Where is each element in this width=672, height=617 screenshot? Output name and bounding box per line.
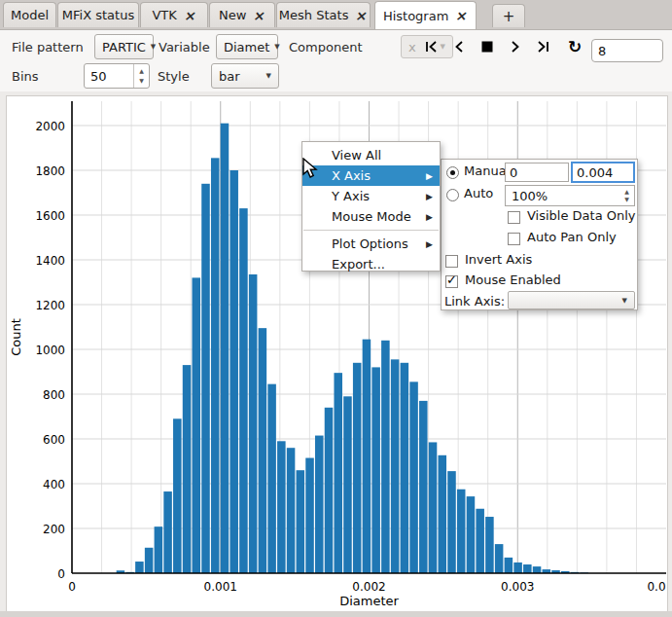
chevron-down-icon: ▼ — [274, 43, 279, 51]
auto-pan-only-label: Auto Pan Only — [527, 230, 617, 244]
check-icon: ✓ — [446, 273, 457, 286]
chevron-down-icon: ▼ — [151, 43, 156, 51]
window-bottom-edge — [0, 611, 672, 617]
spin-arrows[interactable]: ▲ ▼ — [133, 64, 149, 88]
menu-item-plot-options[interactable]: Plot Options ▶ — [302, 234, 440, 254]
close-icon[interactable]: × — [183, 9, 197, 22]
svg-text:2000: 2000 — [35, 120, 65, 133]
tab-new[interactable]: New × — [209, 2, 275, 27]
spin-arrows[interactable]: ▲ ▼ — [619, 186, 634, 205]
frame-index-input[interactable] — [591, 39, 663, 62]
auto-radio[interactable] — [446, 189, 459, 201]
style-value: bar — [219, 69, 240, 84]
step-forward-button[interactable] — [505, 36, 526, 57]
submenu-arrow-icon: ▶ — [426, 239, 433, 249]
visible-data-only-label: Visible Data Only — [527, 208, 636, 223]
step-forward-icon — [510, 40, 521, 54]
tab-mesh-stats[interactable]: Mesh Stats × — [276, 2, 371, 27]
menu-item-mouse-mode[interactable]: Mouse Mode ▶ — [302, 206, 440, 227]
svg-text:0.0: 0.0 — [647, 580, 665, 594]
variable-value: Diamet — [224, 40, 269, 54]
menu-item-view-all[interactable]: View All — [302, 145, 440, 165]
skip-first-button[interactable] — [421, 36, 442, 57]
menu-item-x-axis[interactable]: X Axis ▶ — [302, 165, 440, 186]
plot-context-menu: View All X Axis ▶ Y Axis ▶ Mouse Mode ▶ … — [301, 141, 441, 272]
submenu-arrow-icon: ▶ — [426, 171, 433, 181]
auto-percent-spinbox[interactable]: ▲ ▼ — [505, 185, 635, 206]
menu-item-label: X Axis — [332, 168, 371, 183]
stop-button[interactable] — [477, 36, 498, 57]
chevron-down-icon: ▼ — [622, 297, 627, 305]
tab-label: New — [219, 8, 246, 22]
step-back-icon — [453, 40, 465, 54]
bins-input[interactable] — [85, 64, 139, 88]
menu-item-label: Export... — [332, 257, 385, 272]
svg-text:400: 400 — [43, 478, 65, 491]
submenu-arrow-icon: ▶ — [426, 212, 433, 222]
svg-text:0.002: 0.002 — [352, 580, 385, 594]
svg-text:600: 600 — [43, 433, 65, 447]
link-axis-combo[interactable]: ▼ — [508, 291, 635, 309]
tab-label: MFiX status — [62, 8, 134, 22]
tab-vtk[interactable]: VTK × — [140, 2, 208, 27]
mouse-enabled-label: Mouse Enabled — [465, 272, 561, 287]
spin-up-icon[interactable]: ▲ — [139, 68, 144, 74]
component-value: x — [408, 40, 416, 54]
auto-percent-input[interactable] — [506, 186, 624, 205]
invert-axis-label: Invert Axis — [465, 252, 532, 267]
spin-down-icon[interactable]: ▼ — [139, 78, 144, 84]
refresh-button[interactable]: ↻ — [564, 36, 585, 57]
menu-item-label: View All — [332, 148, 381, 163]
refresh-icon: ↻ — [568, 39, 582, 55]
skip-last-icon — [535, 40, 550, 54]
svg-text:1800: 1800 — [35, 164, 65, 178]
close-icon[interactable]: × — [355, 9, 370, 22]
auto-pan-only-checkbox[interactable] — [508, 233, 520, 245]
x-min-input[interactable] — [505, 163, 569, 182]
tab-mfix-status[interactable]: MFiX status — [57, 2, 139, 27]
variable-combo[interactable]: Diamet ▼ — [216, 34, 278, 59]
tab-label: Histogram — [383, 9, 448, 23]
svg-text:Diameter: Diameter — [339, 594, 399, 608]
svg-text:1400: 1400 — [35, 254, 65, 268]
visible-data-only-checkbox[interactable] — [508, 211, 520, 224]
chevron-down-icon: ▼ — [266, 72, 271, 80]
style-label: Style — [158, 63, 190, 89]
x-max-input[interactable] — [571, 162, 635, 183]
menu-item-label: Mouse Mode — [332, 209, 411, 224]
bins-spinbox[interactable]: ▲ ▼ — [84, 63, 150, 89]
new-tab-button[interactable]: + — [492, 4, 525, 27]
file-pattern-combo[interactable]: PARTIC ▼ — [94, 34, 154, 59]
style-combo[interactable]: bar ▼ — [211, 63, 279, 89]
menu-item-y-axis[interactable]: Y Axis ▶ — [302, 186, 440, 206]
plus-icon: + — [503, 8, 515, 25]
link-axis-label: Link Axis: — [444, 294, 505, 308]
manual-label: Manual — [464, 163, 510, 178]
invert-axis-checkbox[interactable] — [445, 255, 458, 268]
tab-histogram[interactable]: Histogram × — [374, 1, 477, 29]
svg-text:0: 0 — [68, 580, 76, 594]
manual-radio[interactable] — [446, 166, 459, 179]
histogram-toolbar: File pattern PARTIC ▼ Variable Diamet ▼ … — [0, 30, 672, 91]
skip-last-button[interactable] — [532, 36, 553, 57]
file-pattern-value: PARTIC — [102, 40, 146, 54]
mouse-enabled-checkbox[interactable]: ✓ — [445, 275, 458, 288]
close-icon[interactable]: × — [455, 9, 470, 22]
tab-label: Model — [11, 8, 49, 22]
close-icon[interactable]: × — [253, 9, 267, 22]
component-label: Component — [289, 34, 362, 59]
tab-label: VTK — [152, 8, 176, 22]
auto-label: Auto — [464, 186, 493, 200]
submenu-arrow-icon: ▶ — [426, 192, 433, 201]
mouse-cursor-icon — [301, 158, 320, 179]
svg-text:Count: Count — [9, 318, 23, 356]
svg-text:1000: 1000 — [35, 344, 65, 357]
stop-icon — [481, 41, 493, 53]
menu-item-export[interactable]: Export... — [302, 254, 440, 274]
spin-down-icon[interactable]: ▼ — [624, 197, 629, 202]
step-back-button[interactable] — [448, 36, 470, 57]
tab-model[interactable]: Model — [3, 2, 56, 27]
svg-text:0: 0 — [57, 567, 65, 581]
bins-label: Bins — [12, 63, 39, 89]
spin-up-icon[interactable]: ▲ — [624, 189, 629, 195]
